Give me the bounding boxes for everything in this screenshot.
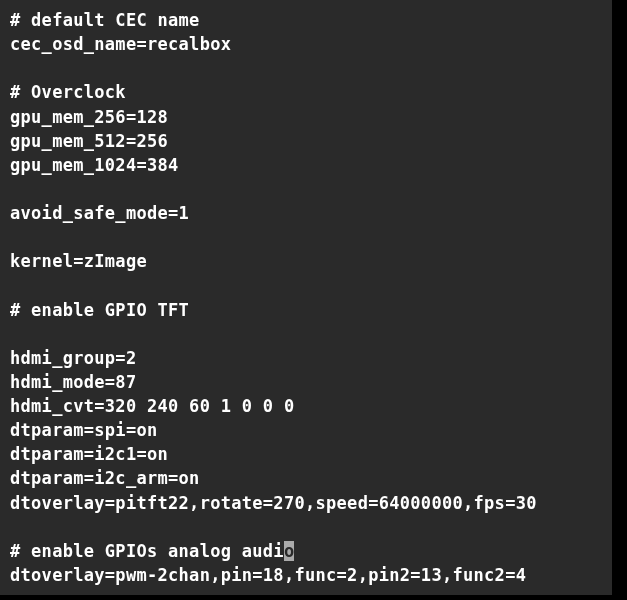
cursor: o — [284, 541, 295, 561]
terminal-view[interactable]: # default CEC name cec_osd_name=recalbox… — [0, 0, 612, 595]
